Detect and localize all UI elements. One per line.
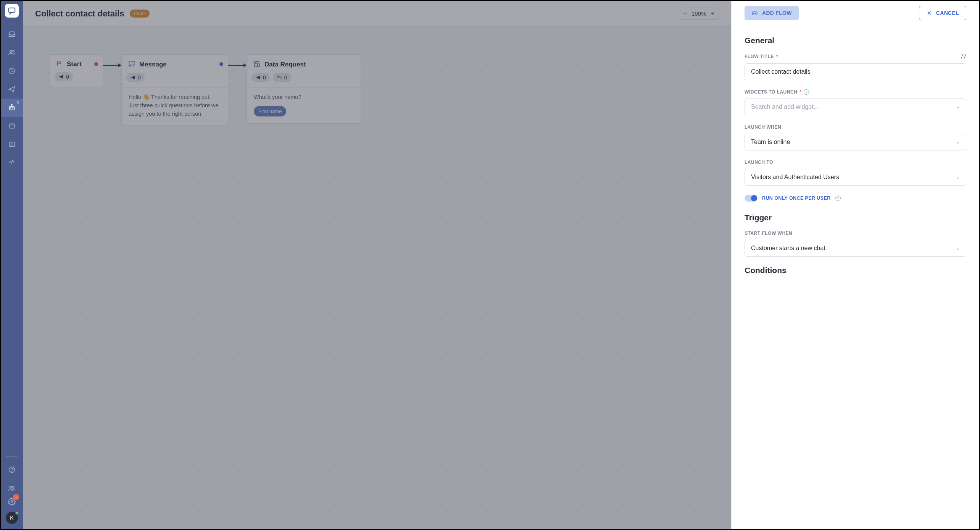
flow-title-label: FLOW TITLE bbox=[745, 54, 774, 59]
required-indicator: * bbox=[799, 89, 801, 95]
out-count-pill: 0 bbox=[251, 73, 270, 82]
out-count: 0 bbox=[263, 74, 266, 81]
start-when-select[interactable]: Customer starts a new chat ⌄ bbox=[745, 240, 966, 257]
widgets-select[interactable]: Search and add widget... ⌄ bbox=[745, 99, 966, 115]
widgets-placeholder: Search and add widget... bbox=[751, 103, 819, 110]
zoom-out-button[interactable]: − bbox=[683, 10, 687, 17]
svg-rect-0 bbox=[9, 8, 15, 13]
status-badge: Draft bbox=[130, 10, 150, 18]
svg-point-13 bbox=[11, 500, 13, 503]
node-status-dot bbox=[94, 62, 98, 66]
flag-icon bbox=[56, 60, 63, 68]
svg-point-6 bbox=[13, 108, 13, 108]
flow-title-count: 77 bbox=[960, 53, 966, 60]
flow-title-input[interactable] bbox=[745, 63, 966, 80]
field-tag: First name bbox=[254, 106, 286, 117]
svg-rect-4 bbox=[9, 107, 14, 110]
node-start[interactable]: Start 0 bbox=[50, 54, 103, 87]
nav-team[interactable] bbox=[1, 479, 23, 497]
page-title: Collect contact details bbox=[35, 9, 124, 19]
nav-bot[interactable]: ß bbox=[1, 99, 23, 117]
launch-to-label: LAUNCH TO bbox=[745, 160, 773, 165]
svg-rect-15 bbox=[753, 12, 757, 15]
presence-dot bbox=[15, 511, 19, 515]
zoom-value: 100% bbox=[691, 10, 706, 17]
add-flow-label: ADD FLOW bbox=[762, 10, 792, 16]
sidebar-divider bbox=[6, 456, 18, 457]
chevron-down-icon: ⌄ bbox=[956, 175, 960, 180]
flow-canvas[interactable]: Start 0 bbox=[23, 27, 731, 529]
out-count-pill: 0 bbox=[55, 72, 73, 81]
launch-when-select[interactable]: Team is online ⌄ bbox=[745, 134, 966, 150]
section-trigger: Trigger bbox=[745, 213, 966, 222]
node-message-body: Hello 👋 Thanks for reaching out. Just th… bbox=[122, 87, 228, 125]
settings-alert-badge: ! bbox=[13, 494, 19, 500]
nav-analytics[interactable] bbox=[1, 154, 23, 172]
svg-point-16 bbox=[754, 13, 754, 13]
node-data-request-title: Data Request bbox=[264, 61, 306, 68]
chevron-down-icon: ⌄ bbox=[956, 246, 960, 251]
svg-point-2 bbox=[13, 50, 14, 52]
node-message[interactable]: Message 0 Hello 👋 Thanks for reaching ou… bbox=[121, 54, 228, 125]
out-count-pill: 0 bbox=[126, 73, 145, 82]
svg-point-5 bbox=[11, 108, 11, 108]
beta-badge: ß bbox=[17, 101, 19, 105]
start-when-value: Customer starts a new chat bbox=[751, 245, 825, 252]
nav-settings[interactable]: ! bbox=[8, 497, 16, 507]
svg-rect-14 bbox=[254, 61, 256, 63]
node-data-request-body: What's your name? bbox=[254, 93, 354, 102]
user-avatar[interactable]: K bbox=[6, 512, 18, 524]
svg-point-11 bbox=[10, 486, 11, 488]
avatar-initial: K bbox=[10, 515, 13, 521]
nav-knowledge[interactable] bbox=[1, 135, 23, 154]
left-sidebar: ß ! K bbox=[1, 1, 23, 529]
chevron-down-icon: ⌄ bbox=[956, 139, 960, 145]
connector-arrow bbox=[228, 63, 247, 67]
launch-when-label: LAUNCH WHEN bbox=[745, 124, 781, 130]
run-once-toggle[interactable] bbox=[745, 195, 758, 202]
svg-rect-8 bbox=[9, 124, 14, 128]
svg-point-10 bbox=[11, 471, 12, 472]
node-status-dot bbox=[219, 62, 223, 66]
nav-help[interactable] bbox=[1, 461, 23, 479]
add-flow-button[interactable]: ADD FLOW bbox=[745, 6, 799, 20]
svg-point-7 bbox=[11, 104, 13, 105]
app-logo[interactable] bbox=[5, 4, 19, 18]
svg-point-1 bbox=[10, 50, 12, 53]
svg-point-12 bbox=[12, 486, 14, 488]
svg-point-17 bbox=[755, 13, 756, 13]
section-general: General bbox=[745, 36, 966, 45]
toggle-knob bbox=[751, 195, 757, 201]
nav-widgets[interactable] bbox=[1, 117, 23, 135]
launch-when-value: Team is online bbox=[751, 139, 790, 145]
section-conditions: Conditions bbox=[745, 266, 966, 275]
zoom-control: − 100% + bbox=[679, 8, 719, 20]
nav-history[interactable] bbox=[1, 62, 23, 80]
node-message-title: Message bbox=[139, 61, 167, 68]
topbar: Collect contact details Draft − 100% + bbox=[23, 1, 731, 27]
widgets-label: WIDGETS TO LAUNCH bbox=[745, 89, 797, 95]
settings-panel: ADD FLOW CANCEL General FLOW TITLE * 77 … bbox=[731, 1, 979, 529]
connector-arrow bbox=[103, 63, 121, 67]
zoom-in-button[interactable]: + bbox=[711, 10, 715, 17]
in-count-pill: 0 bbox=[273, 73, 291, 82]
cancel-button[interactable]: CANCEL bbox=[919, 6, 966, 20]
out-count: 0 bbox=[66, 74, 69, 80]
help-icon[interactable]: ? bbox=[804, 89, 809, 95]
launch-to-value: Visitors and Authenticated Users bbox=[751, 174, 839, 181]
node-data-request[interactable]: Data Request 0 0 What's your name? bbox=[247, 54, 361, 124]
nav-contacts[interactable] bbox=[1, 44, 23, 62]
message-icon bbox=[128, 60, 135, 69]
help-icon[interactable]: ? bbox=[835, 196, 841, 201]
required-indicator: * bbox=[776, 54, 778, 59]
canvas-wrap: Collect contact details Draft − 100% + S… bbox=[23, 1, 731, 529]
cancel-label: CANCEL bbox=[936, 10, 959, 16]
chevron-down-icon: ⌄ bbox=[956, 104, 960, 110]
nav-campaigns[interactable] bbox=[1, 80, 23, 99]
node-start-title: Start bbox=[67, 60, 82, 68]
run-once-label: RUN ONLY ONCE PER USER bbox=[762, 196, 831, 201]
start-when-label: START FLOW WHEN bbox=[745, 231, 792, 236]
in-count: 0 bbox=[284, 74, 287, 81]
launch-to-select[interactable]: Visitors and Authenticated Users ⌄ bbox=[745, 169, 966, 186]
nav-inbox[interactable] bbox=[1, 25, 23, 44]
